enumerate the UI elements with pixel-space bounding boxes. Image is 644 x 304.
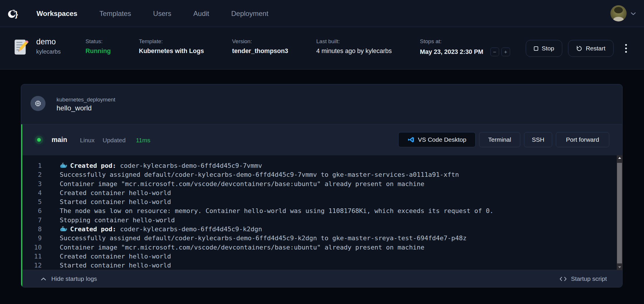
stat-status: Status: Running: [85, 38, 111, 56]
port-forward-button[interactable]: Port forward: [556, 132, 609, 147]
resource-card: kubernetes_deployment hello_world main L…: [21, 84, 623, 287]
log-line: 7Stopping container hello-world: [22, 216, 622, 225]
log-line-number: 11: [22, 252, 42, 261]
log-scrollbar[interactable]: [617, 155, 622, 270]
log-line: 1Created pod: coder-kylecarbs-demo-6ffd4…: [22, 161, 622, 170]
stop-button[interactable]: Stop: [526, 40, 562, 57]
hide-startup-logs-button[interactable]: Hide startup logs: [41, 270, 97, 287]
restart-button[interactable]: Restart: [568, 40, 614, 57]
log-line-number: 6: [22, 206, 42, 215]
stat-label: Version:: [232, 38, 288, 45]
log-line: 8Created pod: coder-kylecarbs-demo-6ffd4…: [22, 225, 622, 234]
schedule-plus-button[interactable]: +: [501, 48, 510, 56]
agent-name: main: [52, 136, 67, 144]
nav-item-templates[interactable]: Templates: [99, 10, 131, 18]
log-line-text: Successfully assigned default/coder-kyle…: [60, 170, 459, 179]
whale-icon: [60, 226, 68, 232]
nav-item-workspaces[interactable]: Workspaces: [37, 10, 77, 18]
log-line-text: Created container hello-world: [60, 252, 171, 261]
chip-icon: [34, 100, 42, 107]
log-line-number: 5: [22, 197, 42, 206]
chevron-up-icon: [41, 277, 46, 281]
status-value: Running: [85, 48, 111, 55]
agent-updated-status: Updated: [103, 137, 125, 144]
more-options-button[interactable]: [623, 42, 630, 55]
restart-icon: [576, 45, 582, 52]
scrollbar-down-button[interactable]: [617, 265, 622, 270]
whale-icon: [60, 163, 68, 169]
agent-status-dot: [37, 138, 41, 142]
log-line: 12Started container hello-world: [22, 261, 622, 270]
stop-icon: [534, 46, 538, 51]
startup-script-button[interactable]: Startup script: [559, 270, 607, 287]
workspace-stats: Status: Running Template: Kubernetes wit…: [85, 38, 510, 56]
log-line: 3Container image "mcr.microsoft.com/vsco…: [22, 179, 622, 188]
log-line-text: Container image "mcr.microsoft.com/vscod…: [60, 179, 424, 188]
log-line: 9Successfully assigned default/coder-kyl…: [22, 234, 622, 243]
agent-os: Linux: [80, 137, 94, 144]
coder-workspace-page: } Workspaces Templates Users Audit Deplo…: [0, 0, 644, 304]
log-line-text: Started container hello-world: [60, 261, 171, 270]
log-line-text: The node was low on resource: memory. Co…: [60, 206, 494, 215]
log-line-number: 10: [22, 243, 42, 252]
log-line-text: Started container hello-world: [60, 197, 171, 206]
nav-item-users[interactable]: Users: [153, 10, 171, 18]
stat-label: Stops at:: [420, 38, 510, 45]
log-line-number: 1: [22, 161, 42, 170]
stat-version: Version: tender_thompson3: [232, 38, 288, 56]
log-line-text: Created pod: coder-kylecarbs-demo-6ffd4d…: [60, 161, 262, 170]
workspace-header: demo kylecarbs Status: Running Template:…: [0, 27, 644, 70]
log-line-text: Created container hello-world: [60, 188, 171, 197]
log-line: 10Container image "mcr.microsoft.com/vsc…: [22, 243, 622, 252]
log-line: 2Successfully assigned default/coder-kyl…: [22, 170, 622, 179]
nav-item-deployment[interactable]: Deployment: [231, 10, 268, 18]
ssh-button[interactable]: SSH: [524, 132, 552, 147]
scrollbar-up-button[interactable]: [617, 155, 622, 161]
resource-header: kubernetes_deployment hello_world: [21, 84, 622, 124]
workspace-memo-icon: [12, 38, 29, 56]
agent-section: main Linux Updated 11ms VS Code Desktop …: [21, 124, 622, 287]
log-line: 4Created container hello-world: [22, 188, 622, 197]
resource-name: hello_world: [57, 104, 92, 112]
log-line-number: 9: [22, 234, 42, 243]
stat-stops-at: Stops at: May 23, 2023 2:30 PM − +: [420, 38, 510, 56]
version-value[interactable]: tender_thompson3: [232, 48, 288, 55]
log-line-number: 3: [22, 179, 42, 188]
resource-avatar: [30, 96, 46, 111]
log-line-text: Successfully assigned default/coder-kyle…: [60, 234, 467, 243]
template-value[interactable]: Kubernetes with Logs: [139, 48, 204, 55]
stat-last-built: Last built: 4 minutes ago by kylecarbs: [316, 38, 392, 56]
scrollbar-thumb[interactable]: [617, 163, 622, 263]
stops-at-value: May 23, 2023 2:30 PM: [420, 48, 483, 56]
log-line-number: 7: [22, 216, 42, 225]
log-line-number: 4: [22, 188, 42, 197]
log-line: 6The node was low on resource: memory. C…: [22, 206, 622, 215]
agent-row: main Linux Updated 11ms VS Code Desktop …: [22, 124, 622, 155]
user-avatar[interactable]: [610, 5, 627, 21]
vscode-desktop-button[interactable]: VS Code Desktop: [398, 132, 476, 147]
agent-latency: 11ms: [136, 137, 150, 144]
log-bold-prefix: Created pod:: [70, 162, 116, 169]
logs-footer: Hide startup logs Startup script: [22, 270, 622, 287]
terminal-button[interactable]: Terminal: [479, 132, 520, 147]
log-line-text: Stopping container hello-world: [60, 216, 175, 225]
last-built-value: 4 minutes ago by kylecarbs: [316, 48, 392, 55]
coder-logo-icon[interactable]: }: [8, 8, 19, 19]
schedule-minus-button[interactable]: −: [490, 48, 499, 56]
svg-text:}: }: [15, 10, 18, 19]
log-line: 11Created container hello-world: [22, 252, 622, 261]
workspace-name: demo: [36, 37, 56, 46]
log-line-text: Created pod: coder-kylecarbs-demo-6ffd4d…: [60, 225, 262, 234]
main-nav: Workspaces Templates Users Audit Deploym…: [37, 0, 268, 27]
startup-logs: 1Created pod: coder-kylecarbs-demo-6ffd4…: [22, 155, 622, 270]
stat-label: Status:: [85, 38, 111, 45]
chevron-down-icon[interactable]: [631, 12, 636, 15]
stat-label: Last built:: [316, 38, 392, 45]
log-lines: 1Created pod: coder-kylecarbs-demo-6ffd4…: [22, 155, 622, 270]
log-bold-prefix: Created pod:: [70, 225, 116, 233]
stat-template: Template: Kubernetes with Logs: [139, 38, 204, 56]
resource-type: kubernetes_deployment: [57, 97, 115, 103]
vscode-icon: [407, 136, 414, 143]
top-nav: } Workspaces Templates Users Audit Deplo…: [0, 0, 644, 27]
nav-item-audit[interactable]: Audit: [193, 10, 209, 18]
